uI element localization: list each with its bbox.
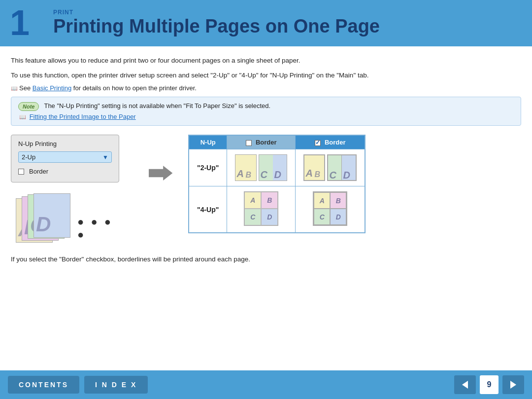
letter-d: D [36, 213, 51, 236]
fitting-link[interactable]: Fitting the Printed Image to the Paper [30, 113, 136, 120]
letter-d-mini: D [274, 169, 281, 181]
letter-c-mini: C [260, 169, 267, 181]
prev-arrow-icon [460, 380, 470, 390]
2up-border-cell: A B C D [296, 149, 366, 186]
2up-no-border-preview: A B C D [235, 154, 287, 181]
mini-page-c: C [259, 155, 273, 181]
4up-quad-noborder: A B C D [244, 192, 278, 225]
basic-printing-link[interactable]: Basic Printing [33, 84, 71, 92]
prev-page-button[interactable] [454, 375, 476, 394]
intro-line1: This feature allows you to reduce and pr… [11, 55, 521, 66]
4up-no-border-preview: A B C D [244, 191, 278, 226]
table-row-2up: "2-Up" A B [189, 149, 365, 186]
quad-b: B [261, 192, 278, 209]
col2-header-label: Border [256, 139, 277, 146]
quad-b-border: B [330, 192, 346, 209]
diagram-area: N-Up Printing 2-Up ▼ Border A [11, 135, 521, 248]
left-panel: N-Up Printing 2-Up ▼ Border A [11, 135, 139, 248]
letter-b-mini: B [245, 171, 251, 180]
dropdown-value: 2-Up [22, 153, 102, 161]
4up-border-cell: A B C D [296, 186, 366, 233]
index-button[interactable]: I N D E X [84, 376, 148, 394]
driver-dialog: N-Up Printing 2-Up ▼ Border [11, 135, 119, 182]
page-number: 9 [480, 375, 499, 394]
4up-border-preview: A B C D [313, 191, 347, 226]
footer: CONTENTS I N D E X 9 [0, 370, 532, 399]
4up-no-border-cell: A B C D [227, 186, 296, 233]
2up-no-border-cell: A B C D [227, 149, 296, 186]
note-book-icon: 📖 [19, 114, 26, 120]
quad-c-border: C [314, 209, 330, 225]
contents-button[interactable]: CONTENTS [8, 376, 79, 394]
svg-marker-0 [149, 166, 172, 181]
note-link-line: 📖 Fitting the Printed Image to the Paper [18, 113, 514, 120]
border-unchecked-header: Border [227, 135, 296, 149]
4up-quad-border: A B C D [314, 192, 346, 225]
border-checkbox-row: Border [18, 168, 112, 175]
next-arrow-icon [508, 380, 518, 390]
quad-d-border: D [330, 209, 346, 225]
col3-header-label: Border [325, 139, 346, 146]
mini-page-ab-border: A B [303, 154, 325, 181]
arrow-container [149, 164, 173, 182]
svg-marker-2 [510, 381, 516, 389]
note-badge: Note [18, 102, 39, 111]
border-checkbox-label: Border [29, 168, 48, 175]
abcd-illustration: A B C D ● ● ● ● [11, 193, 119, 248]
col3-checkbox-icon [315, 140, 321, 146]
book-icon: 📖 [11, 85, 18, 91]
quad-c: C [244, 209, 261, 225]
mini-page-cd: C D [259, 154, 287, 181]
quad-a: A [244, 192, 261, 209]
nup-printing-label: N-Up Printing [18, 140, 112, 147]
nup-dropdown[interactable]: 2-Up ▼ [18, 151, 112, 163]
col2-checkbox-icon [246, 140, 252, 146]
dots: ● ● ● ● [77, 216, 119, 241]
main-content: This feature allows you to reduce and pr… [0, 46, 532, 372]
svg-marker-1 [462, 381, 468, 389]
table-row-4up: "4-Up" A B C D [189, 186, 365, 233]
note-text: The "N-Up Printing" setting is not avail… [44, 102, 270, 109]
2up-border-preview: A B C D [303, 154, 357, 181]
quad-a-border: A [314, 192, 330, 209]
right-arrow-icon [149, 164, 173, 182]
quad-d: D [261, 209, 278, 225]
letter-a-mini: A [236, 168, 243, 180]
nup-table-container: N-Up Border Border "2-Up" [188, 135, 366, 233]
footer-nav: 9 [454, 375, 524, 394]
note-box: Note The "N-Up Printing" setting is not … [11, 97, 521, 126]
see-line: 📖See Basic Printing for details on how t… [11, 84, 521, 92]
mini-page-d: D [273, 155, 287, 181]
mini-page-cd-border: C D [327, 154, 357, 181]
border-checkbox[interactable] [18, 169, 24, 175]
4up-label: "4-Up" [189, 186, 227, 233]
page-header: 1 PRINT Printing Multiple Pages on One P… [0, 0, 532, 46]
note-header: Note The "N-Up Printing" setting is not … [18, 102, 514, 111]
nup-table: N-Up Border Border "2-Up" [188, 135, 366, 233]
dropdown-arrow-icon: ▼ [102, 154, 108, 161]
next-page-button[interactable] [502, 375, 524, 394]
nup-col-header: N-Up [189, 135, 227, 149]
page-d: D [33, 193, 70, 238]
border-checked-header: Border [296, 135, 366, 149]
intro-line2: To use this function, open the printer d… [11, 70, 521, 81]
mini-page-ab: A B [235, 154, 257, 181]
header-text: PRINT Printing Multiple Pages on One Pag… [53, 9, 380, 37]
chapter-number: 1 [10, 5, 44, 40]
bottom-text: If you select the "Border" checkbox, bor… [11, 255, 521, 263]
page-title: Printing Multiple Pages on One Page [53, 16, 380, 37]
print-label: PRINT [53, 9, 380, 16]
2up-label: "2-Up" [189, 149, 227, 186]
